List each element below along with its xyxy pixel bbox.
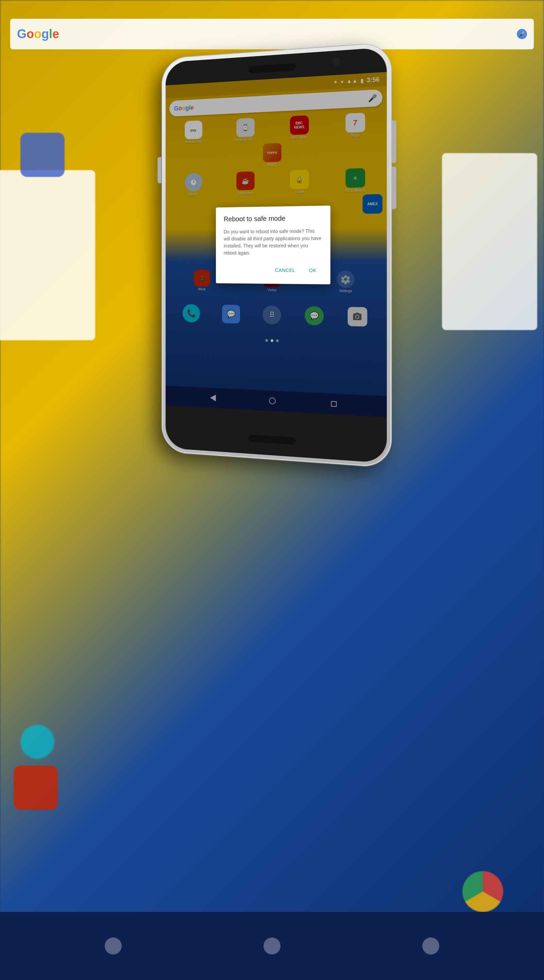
bg-home-icon xyxy=(263,937,281,955)
phone-screen: ✦ ▾ ▲▲ ▮ 3:56 Google 🎤 xyxy=(166,72,387,417)
dialog-title: Reboot to safe mode xyxy=(224,214,322,223)
bg-icon-blue xyxy=(21,133,65,177)
bg-icon-teal xyxy=(21,725,54,759)
phone-outer-shell: ✦ ▾ ▲▲ ▮ 3:56 Google 🎤 xyxy=(162,43,391,468)
phone-speaker xyxy=(249,63,296,73)
phone-camera xyxy=(333,57,340,66)
bg-recents-icon xyxy=(422,937,439,955)
cancel-button[interactable]: CANCEL xyxy=(270,264,301,275)
dialog-overlay: Reboot to safe mode Do you want to reboo… xyxy=(166,72,387,417)
bg-back-icon xyxy=(105,937,122,955)
bg-mic-icon: 🎤 xyxy=(517,29,527,39)
dialog-buttons: CANCEL OK xyxy=(224,264,322,275)
ok-button[interactable]: OK xyxy=(304,265,322,276)
bg-google-bar: Google 🎤 xyxy=(10,19,534,49)
bg-icon-red xyxy=(14,765,58,810)
phone-inner: ✦ ▾ ▲▲ ▮ 3:56 Google 🎤 xyxy=(166,47,387,463)
bg-left-card xyxy=(0,170,95,340)
bg-right-card xyxy=(442,153,537,330)
dialog-body: Do you want to reboot into safe mode? Th… xyxy=(224,227,322,256)
bg-bottom-nav xyxy=(0,912,544,980)
bg-chrome-icon xyxy=(462,871,503,912)
phone-device: ✦ ▾ ▲▲ ▮ 3:56 Google 🎤 xyxy=(162,43,391,468)
phone-bottom-speaker xyxy=(249,434,296,445)
bg-google-logo: Google xyxy=(17,27,59,41)
reboot-dialog: Reboot to safe mode Do you want to reboo… xyxy=(216,205,330,285)
